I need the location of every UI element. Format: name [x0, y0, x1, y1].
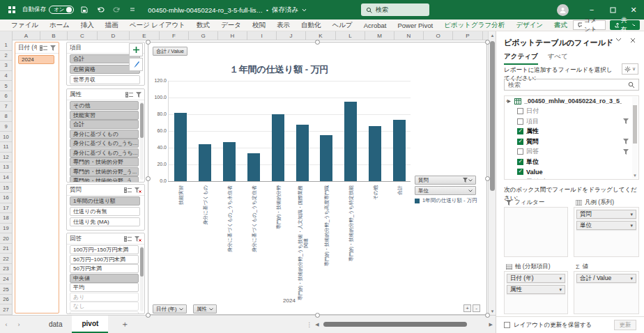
row-header-22[interactable]: 22 [0, 254, 12, 264]
field-checkbox[interactable] [517, 169, 523, 175]
slicer-answer[interactable]: 回答100万円~150万円未満50万円~100万円未満50万円未満中央値平均あり… [66, 233, 145, 314]
ribbon-tab-Acrobat[interactable]: Acrobat [358, 22, 392, 29]
slicer-item[interactable]: 50万円~100万円未満 [70, 255, 139, 264]
ribbon-tab-書式[interactable]: 書式 [549, 21, 573, 30]
field-scroll-up-icon[interactable]: ▲ [505, 98, 510, 102]
slicer-item[interactable]: 技能実習 [70, 111, 139, 120]
row-header-27[interactable]: 27 [0, 304, 12, 315]
column-header-H[interactable]: H [218, 31, 247, 40]
new-sheet-button[interactable]: ＋ [121, 318, 129, 330]
area-pill-属性[interactable]: 属性▾ [507, 285, 565, 294]
row-header-16[interactable]: 16 [0, 193, 12, 203]
sheet-nav-next-icon[interactable]: › [13, 321, 25, 328]
multi-select-icon[interactable] [40, 45, 47, 51]
values-area[interactable]: 合計 / Value▾ [574, 271, 639, 314]
field-filter-icon[interactable] [623, 149, 629, 155]
slicer-scrollbar[interactable] [140, 246, 144, 311]
ribbon-tab-ホーム[interactable]: ホーム [44, 21, 75, 30]
row-header-10[interactable]: 10 [0, 132, 12, 142]
ribbon-tab-ファイル[interactable]: ファイル [6, 21, 44, 30]
chart-legend[interactable]: 1年間の仕送り額 - 万円 [415, 197, 477, 204]
row-header-9[interactable]: 9 [0, 122, 12, 132]
chart-selection-handle[interactable] [485, 313, 490, 318]
row-header-15[interactable]: 15 [0, 183, 12, 193]
ribbon-tab-表示[interactable]: 表示 [271, 21, 296, 30]
share-button[interactable]: 共有 [610, 20, 640, 30]
slicer-scrollbar[interactable] [140, 102, 144, 180]
column-header-L[interactable]: L [336, 31, 365, 40]
horizontal-scroll-thumb[interactable] [323, 322, 467, 327]
redo-icon[interactable] [111, 4, 122, 15]
row-header-18[interactable]: 18 [0, 213, 12, 224]
column-header-K[interactable]: K [306, 31, 336, 40]
field-checkbox[interactable] [517, 118, 523, 125]
column-header-M[interactable]: M [365, 31, 394, 40]
slicer-item[interactable]: 50万円未満 [70, 264, 139, 273]
field-filter-icon[interactable] [623, 139, 629, 144]
axis-field-button-date[interactable]: 日付 (年) [153, 304, 187, 313]
column-header-O[interactable]: O [424, 31, 453, 40]
slicer-item[interactable]: 2024 [18, 55, 54, 64]
row-header-11[interactable]: 11 [0, 142, 12, 153]
area-pill-合計 / Value[interactable]: 合計 / Value▾ [576, 274, 636, 283]
chart-elements-button[interactable] [129, 43, 143, 56]
slicer-date[interactable]: 日付 (年)2024 [15, 42, 59, 313]
defer-layout-checkbox[interactable] [504, 322, 510, 328]
clear-filter-icon[interactable] [135, 236, 141, 242]
slicer-item[interactable]: その他 [70, 101, 139, 110]
sheet-tab-pivot[interactable]: pivot [72, 316, 108, 333]
slicer-item[interactable]: 中央値 [70, 274, 139, 283]
row-header-1[interactable]: 1 [0, 40, 12, 51]
field-checkbox[interactable] [517, 139, 523, 145]
bar-合計[interactable] [393, 120, 406, 181]
axis-field-button-attribute[interactable]: 属性 [193, 304, 217, 313]
chart-selection-handle[interactable] [315, 40, 320, 45]
column-header-P[interactable]: P [453, 31, 483, 40]
bar-専門的・技術的分野[interactable] [272, 114, 284, 181]
column-header-G[interactable]: G [189, 31, 218, 40]
field-checkbox[interactable] [517, 128, 523, 134]
panel-options-chevron-icon[interactable] [615, 38, 622, 42]
slicer-scroll-thumb[interactable] [140, 247, 144, 277]
field-filter-icon[interactable] [623, 118, 629, 124]
chart-selection-handle[interactable] [485, 176, 490, 181]
area-pill-単位[interactable]: 単位▾ [576, 221, 636, 230]
value-field-button[interactable]: 合計 / Value [153, 47, 187, 56]
chart-styles-button[interactable] [129, 58, 143, 71]
account-avatar[interactable] [557, 4, 569, 16]
bar-専門的・技術的分野_うち高度専門職[interactable] [320, 135, 332, 181]
row-header-26[interactable]: 26 [0, 295, 12, 305]
ribbon-tab-挿入[interactable]: 挿入 [75, 21, 100, 30]
ribbon-tab-校閲[interactable]: 校閲 [247, 21, 271, 30]
update-button[interactable]: 更新 [614, 320, 636, 330]
funnel-icon[interactable] [50, 45, 56, 51]
field-row-属性[interactable]: 属性 [505, 127, 638, 137]
row-header-24[interactable]: 24 [0, 274, 12, 285]
column-header-E[interactable]: E [130, 31, 160, 40]
chart-selection-handle[interactable] [146, 313, 151, 318]
field-list-scrollbar[interactable]: ▼ [632, 97, 638, 178]
fields-search-box[interactable] [504, 79, 639, 91]
maximize-button[interactable] [602, 0, 623, 20]
panel-tab-all[interactable]: すべて [548, 52, 568, 65]
area-pill-質問[interactable]: 質問▾ [576, 210, 636, 219]
field-row-質問[interactable]: 質問 [505, 137, 638, 147]
slicer-item[interactable]: 100万円~150万円未満 [70, 245, 139, 254]
save-icon[interactable] [79, 4, 90, 15]
ribbon-tab-デザイン[interactable]: デザイン [510, 21, 549, 30]
comments-button[interactable]: コメント [573, 20, 606, 30]
horizontal-scrollbar[interactable] [322, 321, 486, 327]
row-header-2[interactable]: 2 [0, 51, 12, 61]
slicer-item[interactable]: 身分に基づくもの [70, 130, 139, 139]
ribbon-tab-描画[interactable]: 描画 [100, 21, 124, 30]
slicer-item[interactable]: 平均 [70, 283, 139, 292]
chart-selection-handle[interactable] [146, 40, 151, 45]
ribbon-tab-Power Pivot[interactable]: Power Pivot [392, 22, 438, 29]
row-header-8[interactable]: 8 [0, 111, 12, 122]
scrollbar-resize-grip[interactable]: ⋮ [306, 321, 312, 328]
field-scroll-down-icon[interactable]: ▼ [632, 173, 638, 178]
area-pill-日付 (年)[interactable]: 日付 (年)▾ [507, 274, 565, 283]
column-header-A[interactable]: A [13, 31, 40, 40]
expand-field-button[interactable]: + [463, 304, 471, 312]
ribbon-tab-ヘルプ[interactable]: ヘルプ [327, 21, 358, 30]
